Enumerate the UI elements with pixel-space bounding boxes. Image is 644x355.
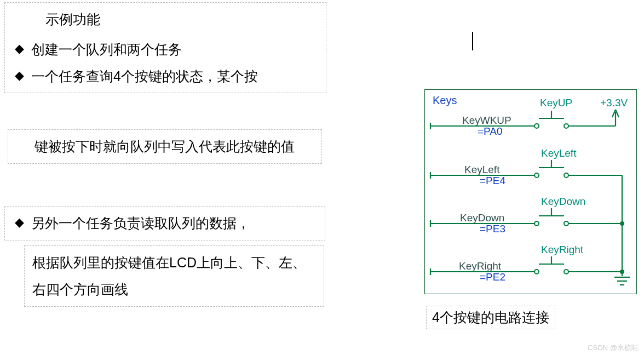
switch-label-right: KeyRight: [541, 244, 584, 255]
row-right: KeyRight KeyRight =PE2: [430, 244, 624, 283]
svg-point-26: [564, 270, 568, 274]
title-and-first-bullets: 示例功能 创建一个队列和两个任务 一个任务查询4个按键的状态，某个按: [4, 2, 326, 93]
net-down-pin: =PE3: [480, 223, 505, 234]
switch-label-up: KeyUP: [540, 97, 572, 108]
net-left-pin: =PE4: [480, 175, 505, 186]
bullet-3-line1-text: 另外一个任务负责读取队列的数据，: [31, 215, 250, 231]
schematic-box: Keys +3.3V KeyUP KeyWKUP =PA0 KeyLeft Ke…: [424, 89, 637, 294]
svg-point-3: [534, 124, 539, 128]
schematic-svg: Keys +3.3V KeyUP KeyWKUP =PA0 KeyLeft Ke…: [425, 90, 636, 294]
net-right-name: KeyRight: [459, 260, 502, 272]
row-down: KeyDown KeyDown =PE3: [430, 196, 624, 234]
bullet-1-text: 创建一个队列和两个任务: [31, 42, 182, 57]
bullet-3-continuation: 根据队列里的按键值在LCD上向上、下、左、右四个方向画线: [24, 245, 324, 307]
bullet-3-line1: 另外一个任务负责读取队列的数据，: [13, 210, 319, 237]
bullet-3-cont-text: 根据队列里的按键值在LCD上向上、下、左、右四个方向画线: [32, 249, 318, 303]
row-wkup: KeyUP KeyWKUP =PA0: [430, 97, 616, 137]
svg-point-30: [620, 270, 624, 274]
bullet-2-continuation: 键被按下时就向队列中写入代表此按键的值: [8, 129, 322, 164]
bullet-3-line1-box: 另外一个任务负责读取队列的数据，: [4, 206, 325, 241]
svg-point-4: [564, 124, 568, 128]
net-left-name: KeyLeft: [464, 164, 500, 175]
schematic-caption: 4个按键的电路连接: [426, 306, 555, 329]
net-right-pin: =PE2: [480, 271, 505, 283]
net-wkup-pin: =PA0: [478, 125, 503, 137]
bullet-1: 创建一个队列和两个任务: [13, 36, 320, 63]
watermark: CSDN @水梳哇: [588, 343, 639, 353]
schematic-title: Keys: [433, 94, 457, 106]
schematic-caption-text: 4个按键的电路连接: [432, 310, 549, 325]
power-symbol: [612, 110, 619, 126]
voltage-label: +3.3V: [600, 97, 628, 108]
text-caret: [472, 32, 473, 50]
svg-point-11: [564, 173, 568, 178]
svg-point-18: [564, 221, 568, 226]
bullet-2-line1: 一个任务查询4个按键的状态，某个按: [13, 63, 320, 90]
bullet-2-line1-text: 一个任务查询4个按键的状态，某个按: [31, 68, 258, 84]
switch-label-down: KeyDown: [541, 196, 585, 207]
net-down-name: KeyDown: [460, 212, 504, 224]
svg-point-25: [534, 270, 539, 274]
section-title: 示例功能: [13, 6, 320, 36]
svg-point-10: [534, 173, 539, 178]
ground-symbol: [614, 277, 630, 285]
svg-point-17: [534, 221, 539, 226]
switch-label-left: KeyLeft: [541, 147, 577, 159]
bullet-2-cont-text: 键被按下时就向队列中写入代表此按键的值: [16, 133, 316, 160]
row-left: KeyLeft KeyLeft =PE4: [430, 147, 622, 186]
svg-point-22: [620, 221, 624, 226]
net-wkup-name: KeyWKUP: [462, 114, 511, 126]
